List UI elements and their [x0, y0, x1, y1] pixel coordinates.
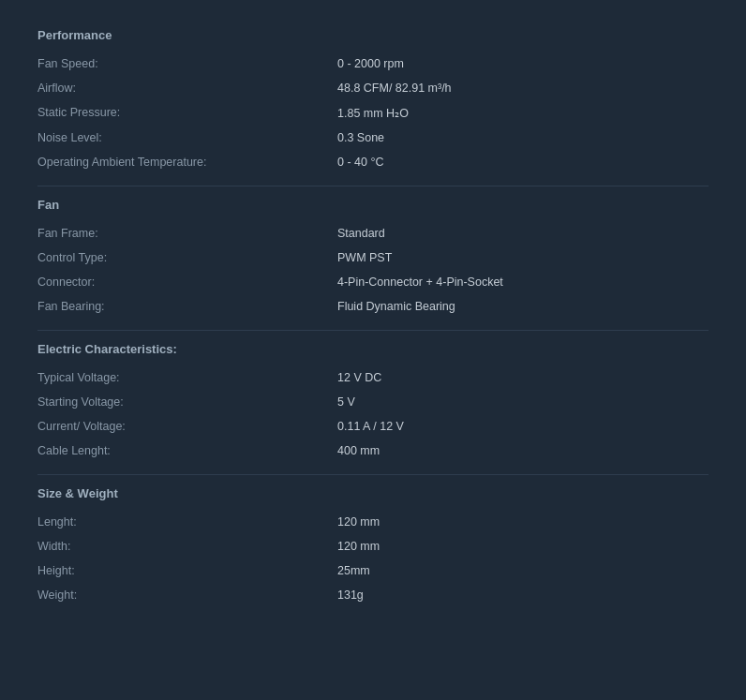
- spec-label: Height:: [37, 564, 337, 577]
- spec-label: Current/ Voltage:: [37, 420, 337, 433]
- spec-label: Typical Voltage:: [37, 371, 337, 384]
- spec-value: 5 V: [337, 395, 709, 409]
- section-divider: [37, 474, 709, 475]
- section-size-weight: Size & WeightLenght:120 mmWidth:120 mmHe…: [37, 486, 709, 607]
- spec-row: Height:25mm: [37, 559, 709, 583]
- spec-row: Lenght:120 mm: [37, 510, 709, 534]
- spec-row: Noise Level:0.3 Sone: [37, 126, 709, 150]
- spec-label: Lenght:: [37, 515, 337, 529]
- spec-row: Connector:4-Pin-Connector + 4-Pin-Socket: [37, 270, 709, 294]
- spec-label: Starting Voltage:: [37, 395, 337, 409]
- section-title-size-weight: Size & Weight: [37, 486, 709, 500]
- spec-value: 12 V DC: [337, 371, 709, 384]
- spec-label: Cable Lenght:: [37, 444, 337, 457]
- section-title-performance: Performance: [37, 28, 709, 42]
- spec-row: Cable Lenght:400 mm: [37, 439, 709, 463]
- section-electric: Electric Characteristics:Typical Voltage…: [37, 342, 709, 463]
- spec-label: Static Pressure:: [37, 106, 337, 120]
- spec-label: Control Type:: [37, 251, 337, 264]
- spec-value: 0.3 Sone: [337, 131, 709, 144]
- spec-row: Operating Ambient Temperature:0 - 40 °C: [37, 150, 709, 174]
- spec-value: 0 - 2000 rpm: [337, 57, 709, 70]
- spec-label: Fan Speed:: [37, 57, 337, 70]
- specs-container: PerformanceFan Speed:0 - 2000 rpmAirflow…: [37, 28, 709, 607]
- section-fan: FanFan Frame:StandardControl Type:PWM PS…: [37, 198, 709, 319]
- spec-value: 0.11 A / 12 V: [337, 420, 709, 433]
- spec-value: 4-Pin-Connector + 4-Pin-Socket: [337, 276, 709, 289]
- spec-row: Weight:131g: [37, 583, 709, 607]
- spec-row: Control Type:PWM PST: [37, 246, 709, 270]
- spec-label: Operating Ambient Temperature:: [37, 156, 337, 169]
- spec-row: Airflow:48.8 CFM/ 82.91 m³/h: [37, 76, 709, 100]
- spec-row: Fan Speed:0 - 2000 rpm: [37, 52, 709, 76]
- spec-value: Fluid Dynamic Bearing: [337, 300, 709, 313]
- spec-label: Fan Bearing:: [37, 300, 337, 313]
- section-performance: PerformanceFan Speed:0 - 2000 rpmAirflow…: [37, 28, 709, 174]
- spec-value: 120 mm: [337, 515, 709, 529]
- section-title-fan: Fan: [37, 198, 709, 212]
- spec-row: Fan Frame:Standard: [37, 221, 709, 246]
- spec-row: Width:120 mm: [37, 534, 709, 559]
- spec-row: Current/ Voltage:0.11 A / 12 V: [37, 414, 709, 439]
- spec-row: Static Pressure:1.85 mm H₂O: [37, 100, 709, 126]
- section-title-electric: Electric Characteristics:: [37, 342, 709, 356]
- spec-value: 400 mm: [337, 444, 709, 457]
- spec-value: 0 - 40 °C: [337, 156, 709, 169]
- spec-label: Noise Level:: [37, 131, 337, 144]
- spec-value: 1.85 mm H₂O: [337, 106, 709, 120]
- spec-value: Standard: [337, 227, 709, 240]
- spec-value: 48.8 CFM/ 82.91 m³/h: [337, 82, 709, 95]
- spec-value: 131g: [337, 588, 709, 602]
- spec-value: PWM PST: [337, 251, 709, 264]
- section-divider: [37, 186, 709, 186]
- spec-label: Width:: [37, 540, 337, 553]
- spec-value: 25mm: [337, 564, 709, 577]
- spec-row: Fan Bearing:Fluid Dynamic Bearing: [37, 294, 709, 319]
- spec-label: Weight:: [37, 588, 337, 602]
- spec-value: 120 mm: [337, 540, 709, 553]
- section-divider: [37, 330, 709, 331]
- spec-row: Starting Voltage:5 V: [37, 390, 709, 414]
- spec-label: Airflow:: [37, 82, 337, 95]
- spec-label: Connector:: [37, 276, 337, 289]
- spec-row: Typical Voltage:12 V DC: [37, 365, 709, 390]
- spec-label: Fan Frame:: [37, 227, 337, 240]
